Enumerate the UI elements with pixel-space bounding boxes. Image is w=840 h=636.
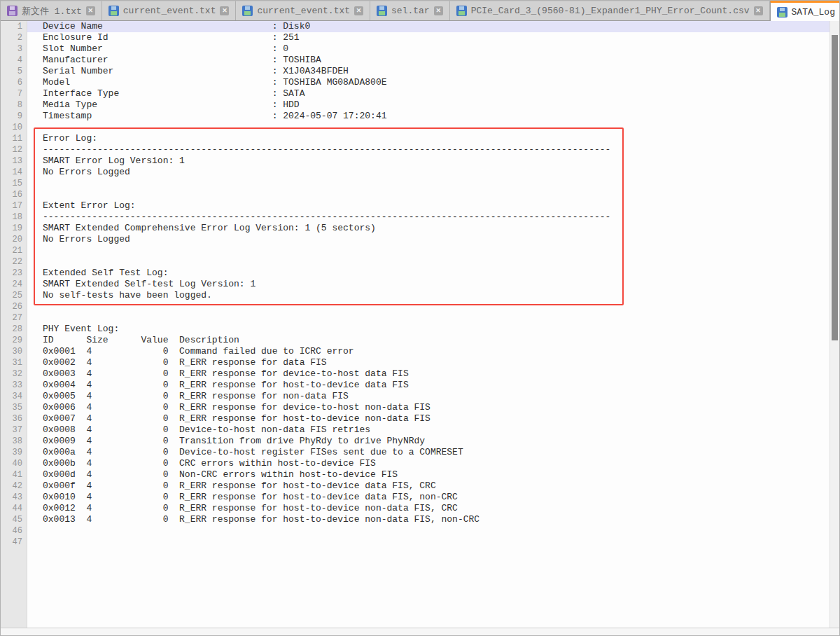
horizontal-scrollbar[interactable] [1, 628, 839, 635]
text-line: 44 0x0012 4 0 R_ERR response for host-to… [1, 503, 839, 514]
line-text: ----------------------------------------… [27, 212, 839, 223]
line-text [27, 525, 839, 537]
text-line: 11 Error Log: [1, 133, 839, 144]
line-number: 34 [1, 391, 27, 402]
line-number: 44 [1, 503, 27, 514]
line-text: Slot Number : 0 [27, 43, 839, 55]
line-text: SMART Extended Self-test Log Version: 1 [27, 279, 839, 290]
text-line: 1 Device Name : Disk0 [1, 21, 839, 32]
line-text: Timestamp : 2024-05-07 17:20:41 [27, 111, 839, 122]
vertical-scrollbar[interactable] [830, 21, 839, 628]
close-icon[interactable]: ✕ [434, 6, 443, 15]
line-number: 27 [1, 312, 27, 324]
tab-5[interactable]: PCIe_Card_3_(9560-8i)_Expander1_PHY_Erro… [450, 1, 770, 20]
line-text: 0x0003 4 0 R_ERR response for device-to-… [27, 368, 839, 380]
text-line: 29 ID Size Value Description [1, 335, 839, 346]
line-number: 7 [1, 88, 27, 99]
line-number: 29 [1, 335, 27, 346]
line-text: 0x000f 4 0 R_ERR response for host-to-de… [27, 481, 839, 492]
line-number: 24 [1, 279, 27, 290]
text-line: 23 Extended Self Test Log: [1, 268, 839, 279]
text-line: 28 PHY Event Log: [1, 324, 839, 335]
line-text: 0x0007 4 0 R_ERR response for host-to-de… [27, 413, 839, 424]
tab-2[interactable]: current_event.txt ✕ [102, 1, 237, 20]
line-number: 15 [1, 178, 27, 189]
line-number: 47 [1, 537, 27, 548]
line-number: 23 [1, 268, 27, 279]
tab-4[interactable]: sel.tar ✕ [370, 1, 450, 20]
text-line: 41 0x000d 4 0 Non-CRC errors within host… [1, 469, 839, 481]
line-number: 46 [1, 525, 27, 537]
text-line: 2 Enclosure Id : 251 [1, 32, 839, 43]
close-icon[interactable]: ✕ [220, 6, 229, 15]
tab-3[interactable]: current_event.txt ✕ [236, 1, 370, 20]
line-text: 0x0010 4 0 R_ERR response for host-to-de… [27, 492, 839, 503]
close-icon[interactable]: ✕ [354, 6, 363, 15]
line-number: 18 [1, 212, 27, 223]
tab-bar: 新文件 1.txt ✕ current_event.txt ✕ current_… [1, 1, 839, 21]
text-line: 26 [1, 301, 839, 312]
tab-1[interactable]: 新文件 1.txt ✕ [1, 1, 102, 20]
line-number: 42 [1, 481, 27, 492]
line-number: 11 [1, 133, 27, 144]
line-number: 9 [1, 111, 27, 122]
line-number: 19 [1, 223, 27, 234]
line-text: SMART Extended Comprehensive Error Log V… [27, 223, 839, 234]
line-text: Error Log: [27, 133, 839, 144]
line-text: ID Size Value Description [27, 335, 839, 346]
text-line: 40 0x000b 4 0 CRC errors within host-to-… [1, 458, 839, 469]
text-line: 38 0x0009 4 0 Transition from drive PhyR… [1, 436, 839, 447]
line-number: 25 [1, 290, 27, 301]
floppy-disk-icon [777, 7, 788, 18]
text-line: 13 SMART Error Log Version: 1 [1, 155, 839, 167]
line-number: 36 [1, 413, 27, 424]
editor-area[interactable]: 1 Device Name : Disk0 2 Enclosure Id : 2… [1, 21, 839, 628]
line-text: No Errors Logged [27, 234, 839, 245]
text-line: 19 SMART Extended Comprehensive Error Lo… [1, 223, 839, 234]
line-number: 28 [1, 324, 27, 335]
line-number: 35 [1, 402, 27, 413]
tab-label: SATA_Log [792, 7, 835, 18]
close-icon[interactable]: ✕ [754, 6, 763, 15]
line-text: Device Name : Disk0 [27, 21, 839, 32]
text-line: 35 0x0006 4 0 R_ERR response for device-… [1, 402, 839, 413]
text-line: 43 0x0010 4 0 R_ERR response for host-to… [1, 492, 839, 503]
vertical-scrollbar-thumb[interactable] [832, 35, 838, 340]
floppy-disk-icon [456, 6, 467, 16]
line-text: Extent Error Log: [27, 200, 839, 212]
text-line: 24 SMART Extended Self-test Log Version:… [1, 279, 839, 290]
line-number: 37 [1, 424, 27, 436]
line-number: 33 [1, 380, 27, 391]
text-line: 37 0x0008 4 0 Device-to-host non-data FI… [1, 424, 839, 436]
line-text: Extended Self Test Log: [27, 268, 839, 279]
line-text [27, 301, 839, 312]
line-text: 0x000d 4 0 Non-CRC errors within host-to… [27, 469, 839, 481]
line-number: 1 [1, 21, 27, 32]
floppy-disk-icon [108, 6, 119, 16]
tab-label: PCIe_Card_3_(9560-8i)_Expander1_PHY_Erro… [471, 6, 750, 16]
text-line: 47 [1, 537, 839, 548]
line-number: 12 [1, 144, 27, 155]
text-lines: 1 Device Name : Disk0 2 Enclosure Id : 2… [1, 21, 839, 548]
line-number: 10 [1, 122, 27, 133]
line-text [27, 256, 839, 268]
text-line: 33 0x0004 4 0 R_ERR response for host-to… [1, 380, 839, 391]
line-text [27, 245, 839, 256]
tab-label: sel.tar [391, 6, 430, 16]
tab-label: 新文件 1.txt [22, 5, 82, 18]
line-text: Interface Type : SATA [27, 88, 839, 99]
line-number: 31 [1, 357, 27, 368]
text-line: 6 Model : TOSHIBA MG08ADA800E [1, 77, 839, 88]
close-icon[interactable]: ✕ [86, 6, 95, 15]
line-text: No Errors Logged [27, 167, 839, 178]
line-text: 0x0006 4 0 R_ERR response for device-to-… [27, 402, 839, 413]
text-line: 46 [1, 525, 839, 537]
text-line: 17 Extent Error Log: [1, 200, 839, 212]
line-number: 32 [1, 368, 27, 380]
text-line: 21 [1, 245, 839, 256]
tab-6[interactable]: SATA_Log ✕ [770, 1, 840, 21]
line-text: 0x0013 4 0 R_ERR response for host-to-de… [27, 514, 839, 525]
line-number: 26 [1, 301, 27, 312]
line-text: SMART Error Log Version: 1 [27, 155, 839, 167]
text-line: 5 Serial Number : X1J0A34BFDEH [1, 66, 839, 77]
